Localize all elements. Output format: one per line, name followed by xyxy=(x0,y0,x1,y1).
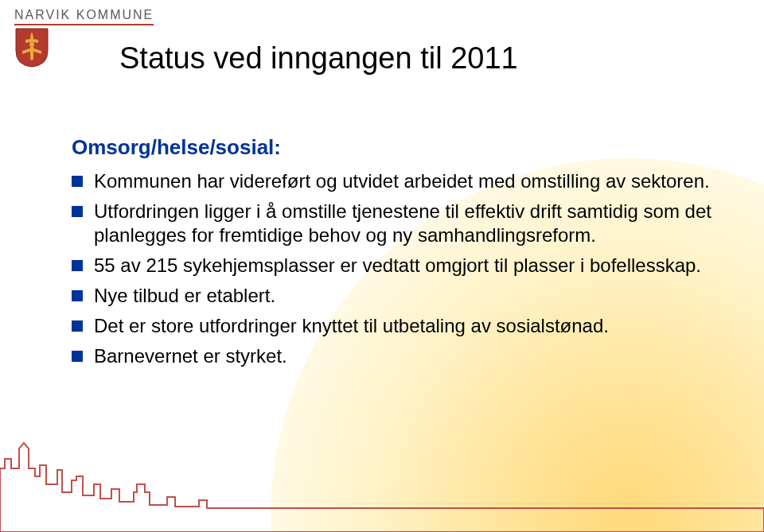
section-subheading: Omsorg/helse/sosial: xyxy=(72,135,716,160)
slide: NARVIK KOMMUNE Status ved inngangen til … xyxy=(0,0,764,532)
narvik-crest-icon xyxy=(14,27,49,72)
bullet-item: Nye tilbud er etablert. xyxy=(72,284,716,308)
header: NARVIK KOMMUNE xyxy=(14,8,154,25)
bullet-item: 55 av 215 sykehjemsplasser er vedtatt om… xyxy=(72,254,716,278)
bullet-item: Utfordringen ligger i å omstille tjenest… xyxy=(72,200,716,247)
content-block: Omsorg/helse/sosial: Kommunen har videre… xyxy=(72,135,716,375)
bullet-item: Kommunen har videreført og utvidet arbei… xyxy=(72,169,716,193)
header-underline xyxy=(14,24,154,25)
org-name: NARVIK KOMMUNE xyxy=(14,8,154,22)
bullet-item: Det er store utfordringer knyttet til ut… xyxy=(72,314,716,338)
bullet-list: Kommunen har videreført og utvidet arbei… xyxy=(72,169,716,368)
slide-title: Status ved inngangen til 2011 xyxy=(119,41,518,76)
bullet-item: Barnevernet er styrket. xyxy=(72,344,716,368)
svg-point-0 xyxy=(29,42,34,47)
